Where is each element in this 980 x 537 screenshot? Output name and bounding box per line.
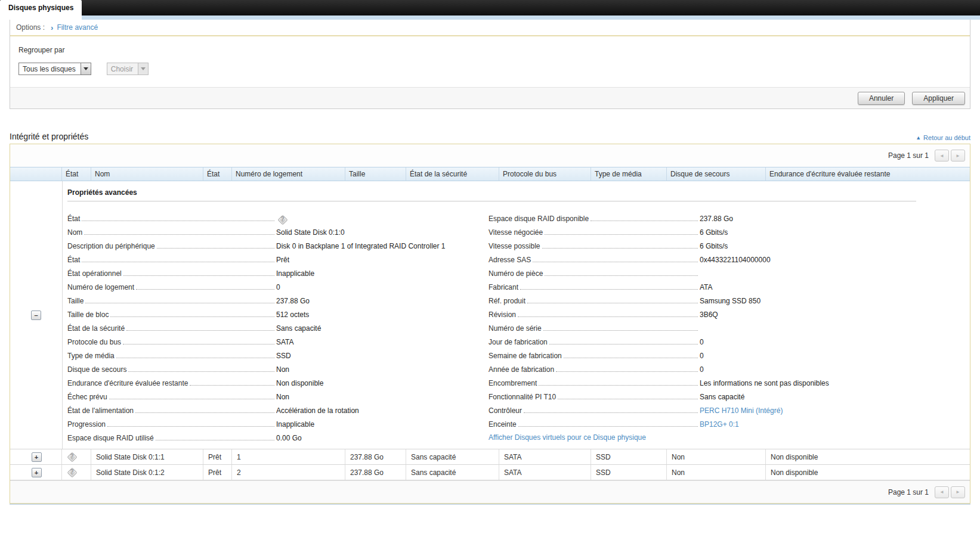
pager-bar-top: Page 1 sur 1 ◄ ► xyxy=(10,144,970,167)
expand-row-button[interactable]: + xyxy=(32,452,42,462)
show-virtual-disks-link[interactable]: Afficher Disques virtuels pour ce Disque… xyxy=(489,433,646,442)
disk-security: Sans capacité xyxy=(406,449,499,464)
property-label: Réf. produit xyxy=(489,297,525,307)
property-label: Type de média xyxy=(67,352,115,362)
expanded-disk-row: – Propriétés avancées État xyxy=(10,181,970,449)
page-indicator: Page 1 sur 1 xyxy=(888,488,929,496)
property-label: État xyxy=(67,256,80,266)
prev-page-button[interactable]: ◄ xyxy=(935,486,949,498)
table-header-row: État Nom État Numéro de logement Taille … xyxy=(10,167,970,181)
property-value-link[interactable]: PERC H710 Mini (Intégré) xyxy=(700,406,912,417)
property-label: Année de fabrication xyxy=(489,365,554,375)
status-unknown-icon xyxy=(276,215,489,225)
apply-button[interactable]: Appliquer xyxy=(912,92,965,105)
property-value: Non xyxy=(276,393,489,403)
section-head: Intégrité et propriétés ▲ Retour au débu… xyxy=(10,132,970,141)
property-label: Échec prévu xyxy=(67,393,107,403)
property-row: Encombrement Les informations ne sont pa… xyxy=(489,375,912,389)
chevron-down-icon xyxy=(138,63,148,75)
property-label: Fonctionnalité PI T10 xyxy=(489,393,556,403)
property-value xyxy=(700,333,912,334)
column-header-etat-icon: État xyxy=(62,167,91,181)
property-label: Contrôleur xyxy=(489,406,522,417)
property-label: Espace disque RAID utilisé xyxy=(67,434,154,444)
disk-bus: SATA xyxy=(499,449,591,464)
chevron-down-icon[interactable] xyxy=(81,63,91,75)
dot-leader xyxy=(558,399,698,399)
dot-leader xyxy=(564,358,698,358)
disk-size: 237.88 Go xyxy=(345,449,406,464)
filter-panel: Options : › Filtre avancé Regrouper par … xyxy=(10,20,970,109)
property-row: Fonctionnalité PI T10 Sans capacité xyxy=(489,389,912,403)
advanced-filter-link[interactable]: Filtre avancé xyxy=(57,23,98,32)
dot-leader xyxy=(524,412,698,413)
property-value: 0 xyxy=(276,283,489,293)
cancel-button[interactable]: Annuler xyxy=(858,92,905,105)
property-label: État de l'alimentation xyxy=(67,406,134,417)
tab-bar-background xyxy=(0,0,980,15)
dot-leader xyxy=(85,303,274,303)
property-label: Semaine de fabrication xyxy=(489,352,562,362)
disk-rows: + Solid State Disk 0:1:1 Prêt 1 237.88 G… xyxy=(10,449,970,480)
prev-page-button[interactable]: ◄ xyxy=(935,150,949,162)
state-icon-cell xyxy=(62,465,91,480)
expand-cell: + xyxy=(10,449,62,464)
property-row: Échec prévu Non xyxy=(67,389,489,403)
dot-leader xyxy=(591,221,698,221)
disk-endurance: Non disponible xyxy=(766,449,970,464)
disk-bus: SATA xyxy=(499,465,591,480)
group-by-select[interactable]: Tous les disques xyxy=(18,63,91,75)
property-row: Taille de bloc 512 octets xyxy=(67,307,489,321)
property-label: Endurance d'écriture évaluée restante xyxy=(67,379,188,389)
next-page-button[interactable]: ► xyxy=(951,486,965,498)
property-label: Fabricant xyxy=(489,283,518,293)
property-row: Jour de fabrication 0 xyxy=(489,334,912,348)
column-header-media: Type de média xyxy=(591,167,667,181)
column-header-protocole: Protocole du bus xyxy=(499,167,591,181)
right-arrow-icon: ► xyxy=(956,489,960,495)
column-header-endurance: Endurance d'écriture évaluée restante xyxy=(766,167,970,181)
disk-slot: 1 xyxy=(232,449,345,464)
property-row: Révision 3B6Q xyxy=(489,307,912,321)
disk-endurance: Non disponible xyxy=(766,465,970,480)
collapse-row-button[interactable]: – xyxy=(31,311,41,320)
disk-media: SSD xyxy=(591,465,667,480)
property-row: Réf. produit Samsung SSD 850 xyxy=(489,293,912,307)
property-row: Description du périphérique Disk 0 in Ba… xyxy=(67,238,489,252)
status-unknown-icon xyxy=(67,467,77,477)
dot-leader xyxy=(520,289,698,290)
dot-leader xyxy=(518,426,698,427)
property-value: 6 Gbits/s xyxy=(700,242,912,252)
property-value: Accélération de la rotation xyxy=(276,406,489,417)
property-label: Vitesse possible xyxy=(489,242,540,252)
tab-disques-physiques[interactable]: Disques physiques xyxy=(0,0,82,20)
property-value: 6 Gbits/s xyxy=(700,228,912,238)
properties-left-column: État Nom Solid State Disk 0:1:0 xyxy=(67,211,489,444)
property-row: Enceinte BP12G+ 0:1 xyxy=(489,417,912,430)
disk-size: 237.88 Go xyxy=(345,465,406,480)
property-value: SSD xyxy=(276,352,489,362)
dot-leader xyxy=(539,385,698,386)
page: Disques physiques Options : › Filtre ava… xyxy=(0,0,980,504)
property-value: 512 octets xyxy=(276,311,489,321)
dot-leader xyxy=(123,344,274,344)
property-value: 237.88 Go xyxy=(276,297,489,307)
property-label: État xyxy=(67,215,80,225)
property-label: Espace disque RAID disponible xyxy=(489,215,589,225)
property-row: Endurance d'écriture évaluée restante No… xyxy=(67,375,489,389)
column-header-securite: État de la sécurité xyxy=(406,167,499,181)
property-row: Type de média SSD xyxy=(67,348,489,362)
dot-leader xyxy=(107,426,274,427)
disk-state: Prêt xyxy=(203,449,232,464)
expand-cell: – xyxy=(10,181,62,449)
property-row: État de la sécurité Sans capacité xyxy=(67,321,489,334)
property-label: Numéro de pièce xyxy=(489,269,543,280)
back-to-top-link[interactable]: ▲ Retour au début xyxy=(916,134,970,141)
expand-row-button[interactable]: + xyxy=(32,468,42,477)
column-header-expand xyxy=(10,167,62,181)
disk-security: Sans capacité xyxy=(406,465,499,480)
property-row: Contrôleur PERC H710 Mini (Intégré) xyxy=(489,403,912,417)
next-page-button[interactable]: ► xyxy=(951,150,965,162)
property-label: Adresse SAS xyxy=(489,256,531,266)
property-value-link[interactable]: BP12G+ 0:1 xyxy=(700,420,912,430)
